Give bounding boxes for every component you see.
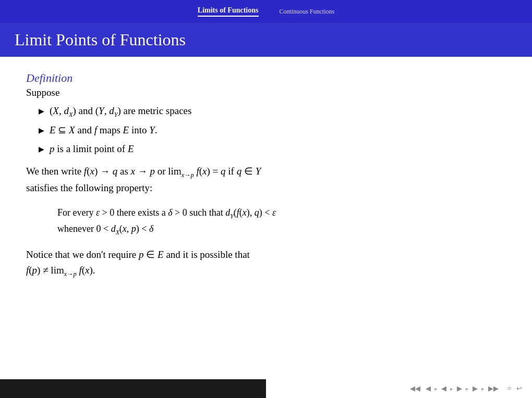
page-title: Limit Points of Functions <box>15 30 517 49</box>
navigation-icons: ◀◀ ◀ ▸ ◀ ▸ ▶ ▸ ▶ ▸ ▶▶ ≡ ↩ <box>408 383 524 394</box>
bottom-left-black <box>0 379 266 398</box>
bullet-arrow-icon: ▶ <box>39 125 44 136</box>
notice-paragraph: Notice that we don't require p ∈ E and i… <box>26 247 506 279</box>
main-content: Definition Suppose ▶ (X, dX) and (Y, dY)… <box>0 57 532 299</box>
property-line-2: whenever 0 < dX(x, p) < δ <box>57 221 506 238</box>
nav-separator-5 <box>502 385 504 392</box>
definition-label: Definition <box>26 71 506 85</box>
bullet-arrow-icon: ▶ <box>39 106 44 117</box>
nav-item-continuous-functions[interactable]: Continuous Functions <box>280 8 335 15</box>
bottom-right-nav: ◀◀ ◀ ▸ ◀ ▸ ▶ ▸ ▶ ▸ ▶▶ ≡ ↩ <box>266 379 532 398</box>
nav-separator-2: ▸ <box>450 385 453 392</box>
top-navigation: Limits of Functions Continuous Functions <box>0 0 532 23</box>
main-paragraph-1: We then write f(x) → q as x → p or limx→… <box>26 164 506 195</box>
nav-menu-icon[interactable]: ≡ <box>506 383 513 394</box>
bullet-list: ▶ (X, dX) and (Y, dY) are metric spaces … <box>39 104 506 156</box>
nav-return-icon[interactable]: ↩ <box>515 383 524 394</box>
nav-separator-1: ▸ <box>434 385 438 392</box>
nav-prev2-icon[interactable]: ◀ <box>440 383 448 394</box>
list-item: ▶ (X, dX) and (Y, dY) are metric spaces <box>39 104 506 119</box>
nav-item-limits-of-functions[interactable]: Limits of Functions <box>198 6 259 17</box>
property-line-1: For every ε > 0 there exists a δ > 0 suc… <box>57 205 506 221</box>
bullet-arrow-icon: ▶ <box>39 144 44 155</box>
nav-last-icon[interactable]: ▶▶ <box>487 383 500 394</box>
list-item: ▶ E ⊆ X and f maps E into Y. <box>39 123 506 138</box>
title-bar: Limit Points of Functions <box>0 23 532 57</box>
list-item: ▶ p is a limit point of E <box>39 142 506 157</box>
nav-first-icon[interactable]: ◀◀ <box>408 383 422 394</box>
nav-next2-icon[interactable]: ▶ <box>455 383 464 394</box>
indented-property-block: For every ε > 0 there exists a δ > 0 suc… <box>57 205 506 238</box>
nav-separator-3: ▸ <box>466 385 469 392</box>
nav-next-icon[interactable]: ▶ <box>471 383 479 394</box>
bottom-bar: ◀◀ ◀ ▸ ◀ ▸ ▶ ▸ ▶ ▸ ▶▶ ≡ ↩ <box>0 379 532 398</box>
suppose-text: Suppose <box>26 87 506 98</box>
nav-separator-4: ▸ <box>481 385 485 392</box>
nav-prev-icon[interactable]: ◀ <box>424 383 432 394</box>
